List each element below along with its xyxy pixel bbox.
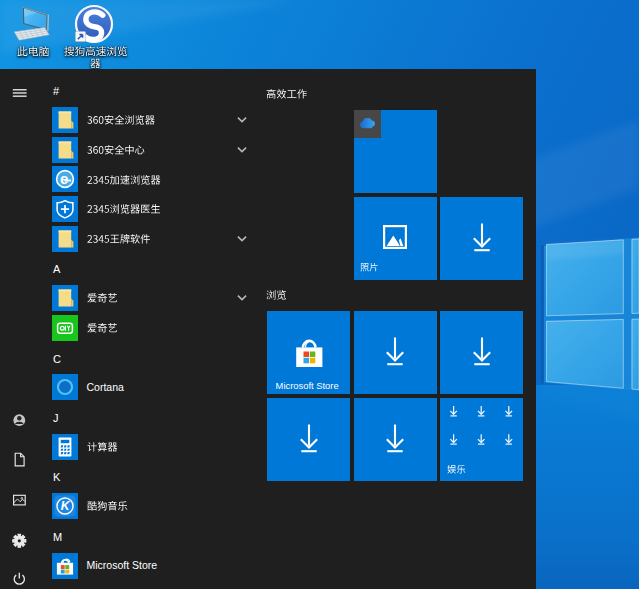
svg-text:K: K <box>61 499 71 513</box>
svg-text:e: e <box>60 171 68 188</box>
